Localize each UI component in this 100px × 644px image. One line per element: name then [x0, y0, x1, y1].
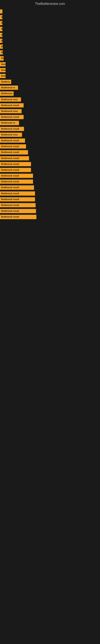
bar-row: B	[0, 20, 100, 26]
bars-container: BBBBBBBBoBottBottBottBottleneBottleneck …	[0, 7, 100, 222]
bar-label: B	[0, 50, 3, 54]
bar-label: Bottleneck result	[0, 115, 24, 119]
bar-label: Bott	[0, 62, 6, 66]
bar-row: Bottleneck result	[0, 173, 100, 179]
bar-row: Bottleneck result	[0, 190, 100, 196]
bar-row: Bottleneck result	[0, 114, 100, 120]
bar-row: Bottleneck resu	[0, 132, 100, 138]
bar-row: Bo	[0, 55, 100, 61]
bar-row: Bottleneck result	[0, 161, 100, 167]
bar-label: B	[0, 39, 2, 43]
bar-row: Bottleneck resu	[0, 96, 100, 102]
bar-row: Bottleneck result	[0, 149, 100, 155]
bar-row: Bottleneck result	[0, 155, 100, 161]
bar-row: Bottleneck resu	[0, 108, 100, 114]
bar-label: Bottleneck result	[0, 138, 25, 143]
bar-row: Bott	[0, 62, 100, 67]
bar-label: Bottleneck result	[0, 168, 31, 172]
bar-label: Bottleneck result	[0, 192, 35, 196]
bar-label: B	[0, 44, 3, 49]
bar-label: Bottleneck result	[0, 180, 33, 184]
bar-label: B	[0, 27, 2, 31]
bar-row: Bottleneck re	[0, 120, 100, 126]
bar-label: B	[0, 15, 2, 19]
bar-label: Bottleneck	[0, 91, 14, 96]
bar-row: B	[0, 26, 100, 32]
bar-row: B	[0, 14, 100, 20]
bar-row: Bottleneck	[0, 90, 100, 96]
bar-label: Bottleneck resu	[0, 98, 21, 102]
bar-row: B	[0, 50, 100, 55]
bar-row: Bottleneck result	[0, 126, 100, 132]
bar-label: Bottleneck result	[0, 156, 29, 160]
bar-row: Bottleneck result	[0, 196, 100, 202]
bar-label: Bottleneck result	[0, 197, 35, 202]
bar-row: B	[0, 44, 100, 50]
bar-label: Bottleneck result	[0, 162, 31, 166]
bar-row: Bottleneck re	[0, 85, 100, 90]
bar-label: Bott	[0, 68, 6, 72]
bar-row: Bottlene	[0, 79, 100, 85]
bar-label: Bottleneck result	[0, 215, 36, 219]
bar-row: Bottleneck result	[0, 102, 100, 108]
bar-label: Bottleneck resu	[0, 109, 22, 113]
bar-row: Bott	[0, 67, 100, 73]
bar-row: B	[0, 32, 100, 38]
bar-row: Bottleneck result	[0, 167, 100, 173]
site-title-container: TheBottlenecker.com	[0, 0, 100, 7]
bar-row: Bottleneck result	[0, 184, 100, 190]
bar-label: Bottleneck result	[0, 144, 26, 148]
bar-label: Bottleneck re	[0, 121, 19, 125]
bar-row: Bott	[0, 73, 100, 79]
bar-row: Bottleneck result	[0, 202, 100, 208]
bar-label: Bottleneck result	[0, 103, 24, 108]
bar-label: Bottleneck result	[0, 203, 36, 207]
bar-label: Bottleneck result	[0, 174, 33, 178]
bar-row: Bottleneck result	[0, 138, 100, 144]
bar-label: B	[0, 21, 2, 25]
bar-label: Bottleneck re	[0, 86, 18, 90]
bar-row	[0, 9, 100, 14]
bar-label: Bott	[0, 74, 6, 78]
bar-label: Bottleneck result	[0, 209, 36, 213]
bar-row: Bottleneck result	[0, 179, 100, 184]
bar-row: Bottleneck result	[0, 208, 100, 214]
bar-row: Bottleneck result	[0, 214, 100, 220]
bar-label: Bottleneck result	[0, 185, 34, 190]
bar-label: Bottleneck resu	[0, 132, 22, 137]
bar-label	[0, 10, 2, 14]
bar-label: Bottleneck result	[0, 150, 28, 154]
bar-label: Bottleneck result	[0, 127, 24, 131]
bar-label: Bottlene	[0, 80, 11, 84]
bar-label: Bo	[0, 56, 3, 60]
bar-label: B	[0, 33, 2, 37]
bar-row: B	[0, 38, 100, 44]
site-title: TheBottlenecker.com	[0, 0, 100, 7]
bar-row: Bottleneck result	[0, 144, 100, 149]
